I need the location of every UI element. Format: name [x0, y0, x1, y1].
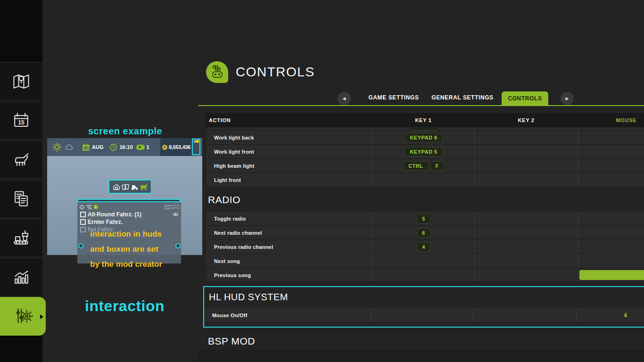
- sidebar-item-contracts[interactable]: [0, 180, 42, 218]
- key-button[interactable]: KEYPAD 6: [405, 133, 442, 142]
- controls-page-icon: [206, 61, 228, 83]
- tabs-prev-button[interactable]: ◀: [338, 92, 351, 105]
- money-value: 8,553,436: [169, 144, 190, 150]
- checkbox-icon: [80, 219, 86, 225]
- page-title: CONTROLS: [236, 65, 315, 80]
- key2-cell[interactable]: [474, 254, 578, 268]
- money-coin-icon: €: [162, 145, 167, 150]
- key2-cell[interactable]: [474, 145, 578, 158]
- screen-example-label: screen example: [88, 126, 162, 137]
- vehicle-group-label: All-Round Fahrz. (1): [88, 211, 141, 218]
- yellow-marker-icon: [196, 140, 199, 143]
- selection-handle: [78, 243, 83, 248]
- key2-cell[interactable]: [474, 268, 578, 282]
- interaction-label: interaction: [85, 297, 165, 315]
- screen-example-image: AUG 16:10 1 € 8,553,436 ✕: [47, 138, 202, 255]
- key1-cell[interactable]: [371, 308, 472, 322]
- key2-cell[interactable]: [474, 159, 578, 173]
- tab-underline: [198, 105, 644, 106]
- eye-icon: [173, 213, 179, 216]
- mouse-cell[interactable]: 4: [576, 308, 642, 322]
- time-scale-icon: [136, 145, 145, 150]
- sidebar-item-production[interactable]: [0, 219, 42, 257]
- tab-game-settings[interactable]: GAME SETTINGS: [363, 94, 424, 101]
- key-button[interactable]: CTRL: [403, 161, 428, 171]
- mouse-cell[interactable]: [578, 240, 644, 254]
- harvester-icon: [140, 183, 148, 190]
- key2-cell[interactable]: [474, 173, 578, 187]
- sidebar-item-statistics[interactable]: [0, 258, 42, 296]
- mouse-binding-bar[interactable]: [579, 270, 644, 280]
- key1-cell[interactable]: 6: [372, 226, 474, 239]
- active-indicator-arrow: [40, 314, 43, 319]
- settings-icon: [12, 305, 34, 327]
- key1-cell[interactable]: 4: [372, 240, 474, 254]
- action-label: Work light front: [206, 145, 372, 158]
- cloud-icon: [65, 143, 74, 151]
- filter-icon: [86, 205, 92, 210]
- tab-controls-active[interactable]: CONTROLS: [502, 91, 548, 106]
- key-button[interactable]: 6: [417, 228, 430, 238]
- mouse-cell[interactable]: [578, 173, 644, 187]
- table-row[interactable]: Work light frontKEYPAD 5: [206, 145, 644, 159]
- key2-cell[interactable]: [474, 226, 578, 239]
- action-label: Toggle radio: [206, 212, 372, 225]
- mouse-cell[interactable]: [578, 145, 644, 158]
- tabs-next-button[interactable]: ▶: [561, 92, 574, 105]
- list-item: All-Round Fahrz. (1): [80, 211, 181, 218]
- annotation-box-hud-icons: [108, 180, 152, 194]
- mini-calendar-icon: [82, 143, 90, 151]
- key-button[interactable]: 5: [417, 214, 430, 223]
- key-button[interactable]: 4: [417, 242, 430, 252]
- sidebar-item-animals[interactable]: [0, 140, 42, 179]
- key1-cell[interactable]: KEYPAD 6: [372, 131, 474, 144]
- column-header-key-2: KEY 2: [474, 113, 578, 127]
- key1-cell[interactable]: [372, 173, 474, 187]
- action-label: Previous radio channel: [206, 240, 372, 254]
- fields-icon: [122, 183, 129, 190]
- table-row[interactable]: Previous radio channel4: [206, 240, 644, 254]
- mouse-cell[interactable]: [578, 131, 644, 144]
- key1-cell[interactable]: KEYPAD 5: [372, 145, 474, 158]
- gamepad-small-icon: [172, 205, 179, 209]
- table-row[interactable]: Previous song: [206, 268, 644, 282]
- column-header-mouse: MOUSE: [578, 113, 644, 127]
- table-row[interactable]: Mouse On/Off4: [204, 308, 644, 322]
- mouse-cell[interactable]: [578, 212, 644, 225]
- hud-time: 16:10: [119, 144, 132, 150]
- sidebar-item-calendar[interactable]: 15: [0, 101, 42, 140]
- key2-cell[interactable]: [472, 308, 576, 322]
- key1-cell[interactable]: 5: [372, 212, 474, 225]
- table-row[interactable]: Light front: [206, 173, 644, 187]
- key1-cell[interactable]: [372, 268, 474, 282]
- mouse-cell[interactable]: [578, 254, 644, 268]
- table-row[interactable]: Next radio channel6: [206, 226, 644, 240]
- mouse-cell[interactable]: [578, 226, 644, 239]
- key1-cell[interactable]: [372, 254, 474, 268]
- table-row[interactable]: Work light backKEYPAD 6: [206, 131, 644, 145]
- mouse-cell[interactable]: [578, 159, 644, 173]
- info-icon: i: [93, 205, 98, 209]
- table-row[interactable]: Next song: [206, 254, 644, 268]
- table-row[interactable]: High beam lightCTRLF: [206, 159, 644, 173]
- table-row[interactable]: Toggle radio5: [206, 212, 644, 226]
- mouse-cell[interactable]: [578, 268, 644, 282]
- tab-general-settings[interactable]: GENERAL SETTINGS: [426, 94, 499, 101]
- hud-month: AUG: [92, 144, 103, 150]
- key-button[interactable]: KEYPAD 5: [405, 147, 442, 156]
- key2-cell[interactable]: [474, 240, 578, 254]
- sidebar-item-map[interactable]: [0, 62, 42, 101]
- section-title: HL HUD SYSTEM: [204, 287, 644, 308]
- sidebar-item-settings[interactable]: [0, 297, 46, 336]
- highlight-box: HL HUD SYSTEMMouse On/Off4: [203, 286, 644, 328]
- checkbox-icon: [80, 212, 86, 217]
- calendar-day: 15: [18, 119, 25, 126]
- key1-cell[interactable]: CTRLF: [372, 159, 474, 173]
- note-line: and boxen are set: [90, 242, 162, 257]
- key2-cell[interactable]: [474, 131, 578, 144]
- key-button[interactable]: F: [430, 161, 444, 171]
- key2-cell[interactable]: [474, 212, 578, 225]
- sun-icon: [52, 142, 62, 152]
- action-label: High beam light: [206, 159, 372, 173]
- list-item: Ernter Fahrz.: [80, 218, 181, 226]
